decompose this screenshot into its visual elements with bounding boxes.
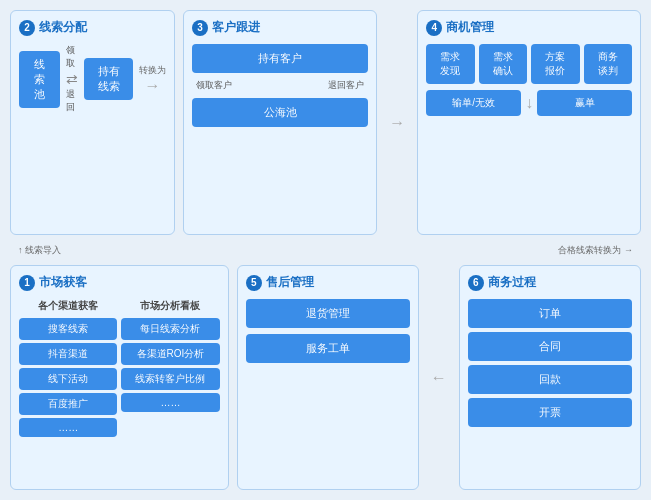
market-item-conversion[interactable]: 线索转客户比例 [121,368,219,390]
panel-market: 1 市场获客 各个渠道获客 搜客线索 抖音渠道 线下活动 百度推广 …… 市场分… [10,265,229,490]
stage-demand-confirm[interactable]: 需求确认 [479,44,527,84]
market-col1-title: 各个渠道获客 [19,299,117,313]
panel2-content: 持有客户 领取客户 退回客户 公海池 [192,44,368,127]
commerce-payment[interactable]: 回款 [468,365,632,394]
arrow-5-to-6: ← [427,265,451,490]
commerce-order[interactable]: 订单 [468,299,632,328]
market-item-baidu[interactable]: 百度推广 [19,393,117,415]
bottom-row: 1 市场获客 各个渠道获客 搜客线索 抖音渠道 线下活动 百度推广 …… 市场分… [10,265,641,490]
panel-title-4: 1 市场获客 [19,274,220,291]
panel-commerce: 6 商务过程 订单 合同 回款 开票 [459,265,641,490]
market-item-more1[interactable]: …… [19,418,117,437]
market-item-roi[interactable]: 各渠道ROI分析 [121,343,219,365]
market-grid: 各个渠道获客 搜客线索 抖音渠道 线下活动 百度推广 …… 市场分析看板 每日线… [19,299,220,437]
convert-arrow: 转换为 → [139,64,166,95]
panel-opportunity: 4 商机管理 需求发现 需求确认 方案报价 商务谈判 输单/无效 ↓ 赢单 [417,10,641,235]
qualified-label: 合格线索转换为 → [558,244,633,257]
commerce-content: 订单 合同 回款 开票 [468,299,632,427]
panel-title-2: 3 客户跟进 [192,19,368,36]
panel-title-6: 6 商务过程 [468,274,632,291]
market-col2: 市场分析看板 每日线索分析 各渠道ROI分析 线索转客户比例 …… [121,299,219,437]
panel1-content: 线索池 领取 ⇄ 退回 持有线索 转换为 → [19,44,166,114]
biz-stage-grid: 需求发现 需求确认 方案报价 商务谈判 [426,44,632,84]
stage-demand-discover[interactable]: 需求发现 [426,44,474,84]
panel-number-4: 1 [19,275,35,291]
own-customer-box[interactable]: 持有客户 [192,44,368,73]
biz-result-row: 输单/无效 ↓ 赢单 [426,90,632,116]
stage-win[interactable]: 赢单 [537,90,632,116]
market-col2-title: 市场分析看板 [121,299,219,313]
stage-negotiation[interactable]: 商务谈判 [584,44,632,84]
panel-number-3: 4 [426,20,442,36]
customer-labels: 领取客户 退回客户 [192,79,368,92]
return-management-box[interactable]: 退货管理 [246,299,410,328]
commerce-contract[interactable]: 合同 [468,332,632,361]
market-item-more2[interactable]: …… [121,393,219,412]
public-pool-box[interactable]: 公海池 [192,98,368,127]
import-label: ↑ 线索导入 [18,244,61,257]
panel-aftersale: 5 售后管理 退货管理 服务工单 [237,265,419,490]
service-order-box[interactable]: 服务工单 [246,334,410,363]
lead-pool-box[interactable]: 线索池 [19,51,60,108]
stage-lost[interactable]: 输单/无效 [426,90,521,116]
main-container: 2 线索分配 线索池 领取 ⇄ 退回 持有线索 转换为 → 3 [0,0,651,500]
panel-customer-followup: 3 客户跟进 持有客户 领取客户 退回客户 公海池 [183,10,377,235]
market-item-daily[interactable]: 每日线索分析 [121,318,219,340]
panel-title-5: 5 售后管理 [246,274,410,291]
panel-number-2: 3 [192,20,208,36]
panel-lead-distribution: 2 线索分配 线索池 领取 ⇄ 退回 持有线索 转换为 → [10,10,175,235]
panel-title-1: 2 线索分配 [19,19,166,36]
commerce-invoice[interactable]: 开票 [468,398,632,427]
market-item-douyin[interactable]: 抖音渠道 [19,343,117,365]
arrow-2-to-3: → [385,10,409,235]
row-connectors: ↑ 线索导入 合格线索转换为 → [10,243,641,257]
panel-title-3: 4 商机管理 [426,19,632,36]
fetch-return-labels: 领取 ⇄ 退回 [66,44,78,114]
own-leads-box[interactable]: 持有线索 [84,58,133,100]
panel-number-5: 5 [246,275,262,291]
market-col1: 各个渠道获客 搜客线索 抖音渠道 线下活动 百度推广 …… [19,299,117,437]
market-item-search[interactable]: 搜客线索 [19,318,117,340]
aftersale-content: 退货管理 服务工单 [246,299,410,363]
top-row: 2 线索分配 线索池 领取 ⇄ 退回 持有线索 转换为 → 3 [10,10,641,235]
panel-number-6: 6 [468,275,484,291]
market-item-offline[interactable]: 线下活动 [19,368,117,390]
stage-proposal[interactable]: 方案报价 [531,44,579,84]
panel-number-1: 2 [19,20,35,36]
